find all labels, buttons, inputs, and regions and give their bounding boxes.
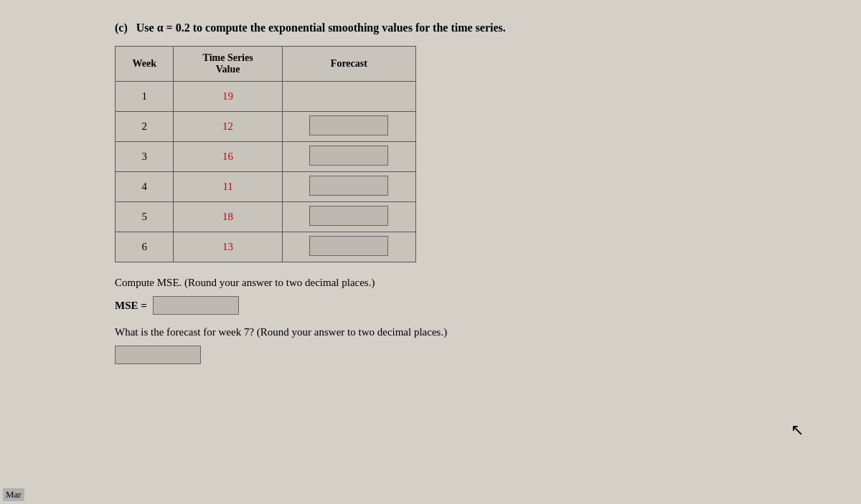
week-2: 2 bbox=[116, 112, 174, 142]
week-1: 1 bbox=[116, 82, 174, 112]
table-container: Week Time Series Value Forecast 1 19 bbox=[115, 46, 825, 262]
mse-label: MSE = bbox=[115, 300, 147, 312]
time-series-header: Time Series Value bbox=[174, 47, 282, 82]
forecast-1 bbox=[282, 82, 415, 112]
week7-text: What is the forecast for week 7? (Round … bbox=[115, 326, 825, 338]
mar-label: Mar bbox=[3, 488, 24, 501]
mse-input[interactable] bbox=[153, 296, 239, 315]
value-1: 19 bbox=[174, 82, 282, 112]
forecast-input-4[interactable] bbox=[309, 176, 388, 196]
week-header: Week bbox=[116, 47, 174, 82]
value-6: 13 bbox=[174, 232, 282, 262]
data-table: Week Time Series Value Forecast 1 19 bbox=[115, 46, 416, 262]
week-5: 5 bbox=[116, 202, 174, 232]
forecast-3 bbox=[282, 142, 415, 172]
week-6: 6 bbox=[116, 232, 174, 262]
forecast-input-6[interactable] bbox=[309, 236, 388, 256]
cursor-icon: ↖ bbox=[791, 421, 804, 439]
table-row: 5 18 bbox=[116, 202, 416, 232]
value-5: 18 bbox=[174, 202, 282, 232]
compute-mse-text: Compute MSE. (Round your answer to two d… bbox=[115, 277, 825, 289]
value-2: 12 bbox=[174, 112, 282, 142]
table-row: 4 11 bbox=[116, 172, 416, 202]
forecast-6 bbox=[282, 232, 415, 262]
instruction-text: Use α = 0.2 to compute the exponential s… bbox=[136, 22, 506, 34]
value-3: 16 bbox=[174, 142, 282, 172]
week7-input[interactable] bbox=[115, 346, 201, 364]
part-c-label: (c) bbox=[115, 22, 128, 34]
forecast-2 bbox=[282, 112, 415, 142]
forecast-5 bbox=[282, 202, 415, 232]
forecast-input-5[interactable] bbox=[309, 206, 388, 226]
week-3: 3 bbox=[116, 142, 174, 172]
mse-row: MSE = bbox=[115, 296, 825, 315]
table-row: 2 12 bbox=[116, 112, 416, 142]
forecast-input-2[interactable] bbox=[309, 115, 388, 135]
forecast-header: Forecast bbox=[282, 47, 415, 82]
page-content: (c) Use α = 0.2 to compute the exponenti… bbox=[0, 0, 861, 504]
week-4: 4 bbox=[116, 172, 174, 202]
forecast-input-3[interactable] bbox=[309, 146, 388, 166]
forecast-4 bbox=[282, 172, 415, 202]
table-row: 3 16 bbox=[116, 142, 416, 172]
table-row: 6 13 bbox=[116, 232, 416, 262]
table-row: 1 19 bbox=[116, 82, 416, 112]
value-4: 11 bbox=[174, 172, 282, 202]
problem-label: (c) Use α = 0.2 to compute the exponenti… bbox=[115, 22, 825, 34]
table-header-row: Week Time Series Value Forecast bbox=[116, 47, 416, 82]
